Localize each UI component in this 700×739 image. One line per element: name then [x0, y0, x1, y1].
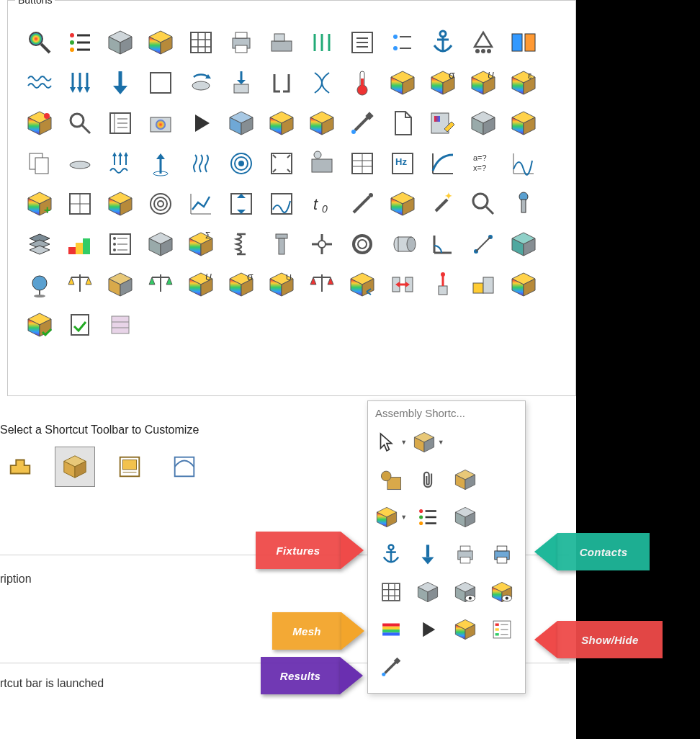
- file-icon[interactable]: [385, 106, 420, 140]
- heat-icon[interactable]: [184, 146, 218, 181]
- rainbow-step-icon[interactable]: [63, 227, 97, 261]
- cylinder-icon[interactable]: [385, 227, 420, 261]
- boxes-icon[interactable]: [143, 227, 178, 261]
- globe-icon[interactable]: [22, 267, 57, 302]
- sigma2-icon[interactable]: σ: [224, 267, 259, 302]
- arrow-down-small-icon[interactable]: [411, 537, 446, 572]
- expand-icon[interactable]: [264, 146, 299, 181]
- cube-teal-icon[interactable]: [506, 227, 541, 261]
- box-swap-icon[interactable]: [345, 267, 380, 302]
- dna-icon[interactable]: [305, 66, 339, 100]
- printer-small-icon[interactable]: [448, 537, 483, 572]
- list-small-icon[interactable]: [345, 25, 380, 60]
- magic-icon[interactable]: ✦: [426, 187, 460, 221]
- cube-rainbow4-icon[interactable]: [448, 612, 483, 647]
- rotate-icon[interactable]: [184, 66, 218, 100]
- bars-icon[interactable]: [305, 25, 339, 60]
- drawing-context-icon[interactable]: [109, 447, 150, 487]
- sheet-icon[interactable]: [103, 308, 138, 342]
- mesh-small-icon[interactable]: [374, 575, 408, 609]
- arrow-down-bold-icon[interactable]: [103, 66, 138, 100]
- panel-icon[interactable]: [506, 25, 541, 60]
- sigma-box-icon[interactable]: Σ: [184, 227, 218, 261]
- arrow-up-icon[interactable]: [143, 146, 178, 181]
- cube-check-icon[interactable]: [22, 308, 57, 342]
- part-context-icon[interactable]: [0, 447, 40, 487]
- stack-icon[interactable]: [466, 106, 501, 140]
- target-icon[interactable]: [143, 187, 178, 221]
- rainbow-flag-icon[interactable]: [374, 612, 408, 647]
- clamp2-icon[interactable]: [426, 267, 460, 302]
- drop-arrow-icon[interactable]: [224, 66, 259, 100]
- list-icon[interactable]: [63, 25, 97, 60]
- grid2-icon[interactable]: [63, 187, 97, 221]
- cube-edit-icon[interactable]: [448, 462, 483, 497]
- eyedropper-small-icon[interactable]: [374, 650, 408, 684]
- check-doc-icon[interactable]: [63, 308, 97, 342]
- curve-icon[interactable]: [426, 146, 460, 181]
- stack-color-icon[interactable]: [506, 106, 541, 140]
- scale3-icon[interactable]: [305, 267, 339, 302]
- edit-panel-icon[interactable]: [426, 106, 460, 140]
- printer-icon[interactable]: [224, 25, 259, 60]
- angle-icon[interactable]: [426, 227, 460, 261]
- list-color-icon[interactable]: [485, 612, 520, 647]
- block-icon[interactable]: [466, 267, 501, 302]
- anchor-small-icon[interactable]: [374, 537, 408, 572]
- vars-icon[interactable]: a=?x=?: [466, 146, 501, 181]
- play-icon[interactable]: [184, 106, 218, 140]
- arrows-down-icon[interactable]: [63, 66, 97, 100]
- cube-rainbow-icon[interactable]: [264, 106, 299, 140]
- support-icon[interactable]: [466, 25, 501, 60]
- merge-icon[interactable]: [385, 267, 420, 302]
- stack-small-icon[interactable]: [411, 575, 446, 609]
- cube-blue-icon[interactable]: [224, 106, 259, 140]
- eye-box-icon[interactable]: >: [448, 575, 483, 609]
- sketch-context-icon[interactable]: [164, 447, 205, 487]
- cube3-icon[interactable]: [103, 187, 138, 221]
- gear-box-icon[interactable]: [374, 462, 408, 497]
- anchor-icon[interactable]: [426, 25, 460, 60]
- thermometer-icon[interactable]: [345, 66, 380, 100]
- cube-rainbow3-icon[interactable]: [506, 267, 541, 302]
- eye-box-color-icon[interactable]: >: [485, 575, 520, 609]
- box-e-icon[interactable]: ε: [506, 66, 541, 100]
- probe-icon[interactable]: [22, 25, 57, 60]
- printer2-small-icon[interactable]: [485, 537, 520, 572]
- joint-icon[interactable]: [305, 227, 339, 261]
- square-icon[interactable]: [143, 66, 178, 100]
- machine2-icon[interactable]: [305, 146, 339, 181]
- box-u-icon[interactable]: U: [466, 66, 501, 100]
- waves-up-icon[interactable]: [103, 146, 138, 181]
- flat-icon[interactable]: [63, 146, 97, 181]
- box-plain-icon[interactable]: [103, 25, 138, 60]
- wand-icon[interactable]: [345, 187, 380, 221]
- hz-icon[interactable]: Hz: [385, 146, 420, 181]
- zoom-icon[interactable]: [466, 187, 501, 221]
- play-small-icon[interactable]: [411, 612, 446, 647]
- mesh-grid-icon[interactable]: [184, 25, 218, 60]
- box-rainbow-icon[interactable]: [143, 25, 178, 60]
- t0-icon[interactable]: t0: [305, 187, 339, 221]
- table-icon[interactable]: [345, 146, 380, 181]
- radar-icon[interactable]: [224, 146, 259, 181]
- bolt-icon[interactable]: [264, 227, 299, 261]
- updown-icon[interactable]: [224, 187, 259, 221]
- box-u2-icon[interactable]: U: [184, 267, 218, 302]
- pin-icon[interactable]: [506, 187, 541, 221]
- notebook-icon[interactable]: [103, 106, 138, 140]
- cube-gold-icon[interactable]: [103, 267, 138, 302]
- eyedropper-icon[interactable]: [345, 106, 380, 140]
- box-spot-icon[interactable]: [22, 106, 57, 140]
- camera-icon[interactable]: [143, 106, 178, 140]
- copy-icon[interactable]: [22, 146, 57, 181]
- cursor-icon[interactable]: ▼: [374, 425, 408, 460]
- line-icon[interactable]: [466, 227, 501, 261]
- assembly-context-icon[interactable]: [55, 447, 95, 487]
- layers-icon[interactable]: [22, 227, 57, 261]
- search-icon[interactable]: [63, 106, 97, 140]
- box-rainbow-u-icon[interactable]: U: [264, 267, 299, 302]
- machine-icon[interactable]: [264, 25, 299, 60]
- graph-icon[interactable]: [506, 146, 541, 181]
- box-plus-icon[interactable]: +: [22, 187, 57, 221]
